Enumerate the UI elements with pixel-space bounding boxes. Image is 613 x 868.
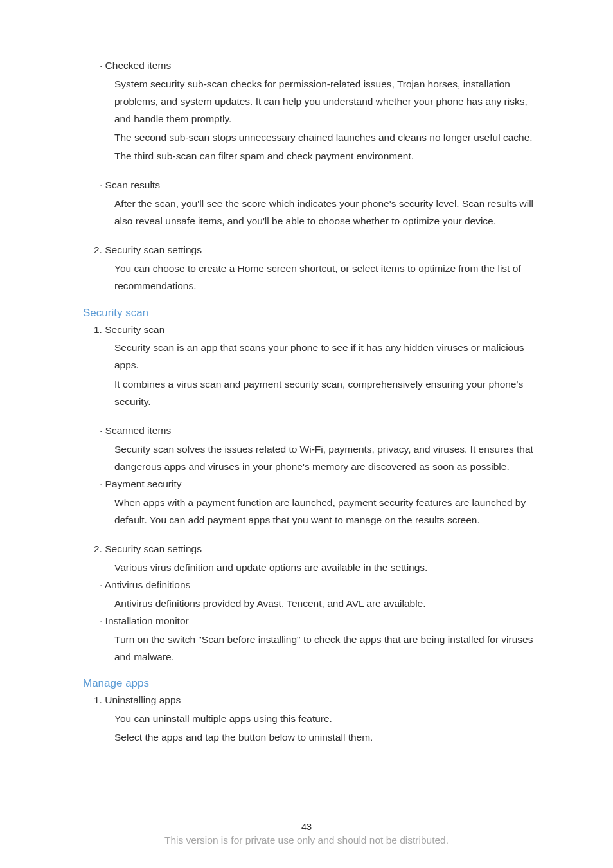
paragraph: Security scan solves the issues related … bbox=[114, 440, 542, 475]
numbered-item-uninstalling-apps: 1. Uninstalling apps bbox=[94, 692, 542, 709]
numbered-item-security-scan-settings-2: 2. Security scan settings bbox=[94, 541, 542, 557]
bullet-antivirus-definitions: · Antivirus definitions bbox=[100, 577, 542, 593]
paragraph: Select the apps and tap the button below… bbox=[114, 728, 542, 746]
paragraph: You can uninstall multiple apps using th… bbox=[114, 710, 542, 727]
paragraph: Security scan is an app that scans your … bbox=[114, 339, 542, 374]
bullet-scan-results: · Scan results bbox=[100, 177, 542, 194]
bullet-installation-monitor: · Installation monitor bbox=[100, 613, 542, 629]
bullet-payment-security: · Payment security bbox=[100, 476, 542, 493]
paragraph: It combines a virus scan and payment sec… bbox=[114, 375, 542, 410]
paragraph: Turn on the switch "Scan before installi… bbox=[114, 631, 542, 665]
paragraph: The second sub-scan stops unnecessary ch… bbox=[114, 129, 542, 146]
heading-manage-apps: Manage apps bbox=[83, 677, 542, 690]
page-number: 43 bbox=[0, 822, 613, 832]
bullet-scanned-items: · Scanned items bbox=[100, 423, 542, 439]
paragraph: Various virus definition and update opti… bbox=[114, 559, 542, 576]
paragraph: The third sub-scan can filter spam and c… bbox=[114, 147, 542, 165]
numbered-item-security-scan-settings: 2. Security scan settings bbox=[94, 242, 542, 258]
numbered-item-security-scan: 1. Security scan bbox=[94, 322, 542, 338]
paragraph: System security sub-scan checks for perm… bbox=[114, 75, 542, 127]
footer-note: This version is for private use only and… bbox=[0, 835, 613, 846]
bullet-checked-items: · Checked items bbox=[100, 58, 542, 74]
heading-security-scan: Security scan bbox=[83, 307, 542, 320]
paragraph: Antivirus definitions provided by Avast,… bbox=[114, 595, 542, 612]
paragraph: When apps with a payment function are la… bbox=[114, 494, 542, 529]
paragraph: You can choose to create a Home screen s… bbox=[114, 260, 542, 294]
document-page: · Checked items System security sub-scan… bbox=[0, 0, 613, 746]
page-footer: 43 This version is for private use only … bbox=[0, 822, 613, 846]
paragraph: After the scan, you'll see the score whi… bbox=[114, 195, 542, 230]
